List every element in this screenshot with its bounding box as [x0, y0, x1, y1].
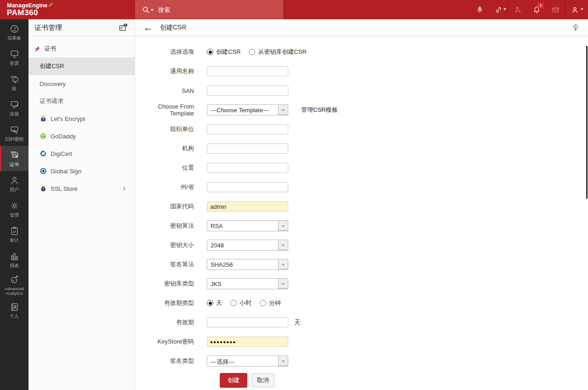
- form-row-keystore-type: 密钥库类型 JKS: [135, 274, 588, 293]
- radio-hours[interactable]: 小时: [230, 299, 251, 307]
- sidebar-item-label: 个人: [10, 314, 19, 319]
- keystore-password-input[interactable]: [207, 337, 288, 347]
- keystore-type-select[interactable]: JKS: [207, 278, 288, 289]
- form-row-validity-type: 有效期类型 天 小时 分钟: [135, 293, 588, 313]
- manage-csr-template-link[interactable]: 管理CSR模板: [301, 106, 337, 114]
- sidebar-item-audit[interactable]: 审计: [0, 222, 29, 247]
- subnav-item-certificate-requests[interactable]: 证书请求: [29, 92, 135, 110]
- country-code-input[interactable]: [207, 201, 288, 212]
- field-label: 有效期: [135, 318, 207, 327]
- location-input[interactable]: [207, 163, 288, 173]
- search-input[interactable]: [158, 6, 277, 13]
- content-header: ← 创建CSR: [135, 19, 588, 36]
- sidebar-item-resources[interactable]: 资源: [0, 45, 29, 70]
- sidebar-item-users[interactable]: 用户: [0, 171, 29, 196]
- radio-icon[interactable]: [260, 300, 266, 306]
- san-input[interactable]: [207, 86, 288, 96]
- subnav-item-godaddy[interactable]: GoDaddy: [29, 127, 135, 145]
- form-row-org-unit: 组织单位: [135, 120, 588, 139]
- back-icon[interactable]: ←: [143, 23, 153, 32]
- organization-input[interactable]: [207, 143, 288, 154]
- key-algorithm-select[interactable]: RSA: [207, 220, 288, 231]
- sidebar-item-personal[interactable]: 个人: [0, 298, 29, 323]
- brand-name: ManageEngine: [7, 3, 47, 9]
- org-unit-input[interactable]: [207, 124, 288, 134]
- field-label: SAN: [135, 87, 207, 94]
- sidebar-item-dashboard[interactable]: 仪表板: [0, 19, 29, 45]
- field-label: 密钥大小: [135, 241, 207, 249]
- key-size-select[interactable]: 2048: [207, 240, 288, 251]
- mail-icon[interactable]: [546, 0, 565, 19]
- user-icon[interactable]: [565, 0, 584, 19]
- chevron-down-icon[interactable]: [278, 279, 288, 289]
- subnav-item-label: Discovery: [40, 80, 66, 87]
- form-row-key-size: 密钥大小 2048: [135, 235, 588, 255]
- chevron-down-icon[interactable]: [278, 105, 288, 115]
- create-button[interactable]: 创建: [220, 373, 247, 388]
- link-dropdown-caret-icon[interactable]: [503, 8, 506, 10]
- subnav-item-certificates[interactable]: 证书: [29, 40, 135, 57]
- template-select[interactable]: ---Choose Template---: [207, 104, 288, 115]
- sidebar-item-ssh-keys[interactable]: SSH密钥: [0, 120, 29, 146]
- signature-type-select[interactable]: ---选择---: [207, 356, 288, 367]
- field-label: KeyStore密码: [135, 338, 207, 346]
- subnav-item-create-csr[interactable]: 创建CSR: [29, 57, 135, 75]
- users-icon: [9, 175, 20, 186]
- user-dropdown-caret-icon[interactable]: [581, 8, 583, 10]
- bell-icon[interactable]: !: [527, 0, 546, 19]
- chevron-down-icon[interactable]: [278, 356, 288, 366]
- field-label: 国家代码: [135, 202, 207, 211]
- global-search[interactable]: [135, 0, 283, 19]
- radio-icon[interactable]: [207, 49, 213, 55]
- common-name-input[interactable]: [207, 66, 288, 76]
- sidebar-item-label: 证书: [10, 162, 19, 167]
- field-label: 有效期类型: [135, 299, 207, 307]
- chevron-down-icon[interactable]: [278, 240, 288, 250]
- radio-icon[interactable]: [249, 49, 255, 55]
- field-label: Choose From Template: [135, 103, 207, 117]
- subnav-item-global-sign[interactable]: Global Sign: [29, 162, 135, 180]
- cancel-button[interactable]: 取消: [251, 373, 274, 387]
- validity-unit-label: 天: [294, 318, 301, 327]
- subnav-item-digicert[interactable]: DigiCert: [29, 145, 135, 162]
- sidebar-item-reports[interactable]: 报表: [0, 247, 29, 272]
- radio-icon[interactable]: [230, 300, 237, 306]
- sidebar-item-groups[interactable]: 组: [0, 70, 29, 95]
- chevron-down-icon[interactable]: [278, 221, 288, 231]
- sidebar-item-advanced-analytics[interactable]: AdvancedAnalytics: [0, 272, 29, 298]
- radio-minutes[interactable]: 分钟: [260, 299, 281, 307]
- form-row-signature-type: 签名类型 ---选择---: [135, 351, 588, 371]
- field-label: 签名算法: [135, 260, 207, 269]
- radio-icon[interactable]: [207, 300, 213, 306]
- rocket-icon[interactable]: [470, 0, 489, 19]
- signature-algorithm-select[interactable]: SHA256: [207, 259, 288, 270]
- godaddy-icon: [40, 132, 47, 140]
- subnav-item-label: SSL Store: [51, 185, 78, 192]
- sidebar-item-admin[interactable]: 管理: [0, 196, 29, 222]
- scrollbar-thumb[interactable]: [586, 46, 588, 199]
- user-star-icon[interactable]: [508, 0, 527, 19]
- personal-icon: [9, 302, 20, 312]
- product-name: PAM360: [7, 9, 135, 17]
- subnav-item-discovery[interactable]: Discovery: [29, 75, 135, 92]
- validity-input[interactable]: [207, 317, 288, 327]
- radio-create-csr-from-keystore[interactable]: 从密钥库创建CSR: [249, 48, 306, 56]
- globalsign-icon: [40, 167, 47, 175]
- chevron-right-icon[interactable]: [121, 185, 127, 192]
- form-row-keystore-password: KeyStore密码: [135, 332, 588, 351]
- search-dropdown-caret-icon[interactable]: [151, 9, 154, 11]
- state-input[interactable]: [207, 182, 288, 192]
- chevron-down-icon[interactable]: [278, 259, 288, 270]
- sidebar-item-certificates[interactable]: 证书: [0, 146, 29, 171]
- certificate-actions-icon[interactable]: [118, 23, 129, 33]
- link-icon[interactable]: [489, 0, 508, 19]
- radio-create-csr[interactable]: 创建CSR: [207, 48, 240, 56]
- bulb-icon[interactable]: [571, 23, 580, 33]
- subnav-item-ssl-store[interactable]: SSL Store: [29, 180, 135, 197]
- reports-icon: [9, 251, 20, 262]
- subnav-item-lets-encrypt[interactable]: Let's Encrypt: [29, 110, 135, 127]
- search-icon[interactable]: [142, 6, 150, 14]
- sidebar-item-connections[interactable]: 连接: [0, 95, 29, 120]
- radio-days[interactable]: 天: [207, 299, 222, 307]
- sidebar-item-label: AdvancedAnalytics: [5, 287, 24, 296]
